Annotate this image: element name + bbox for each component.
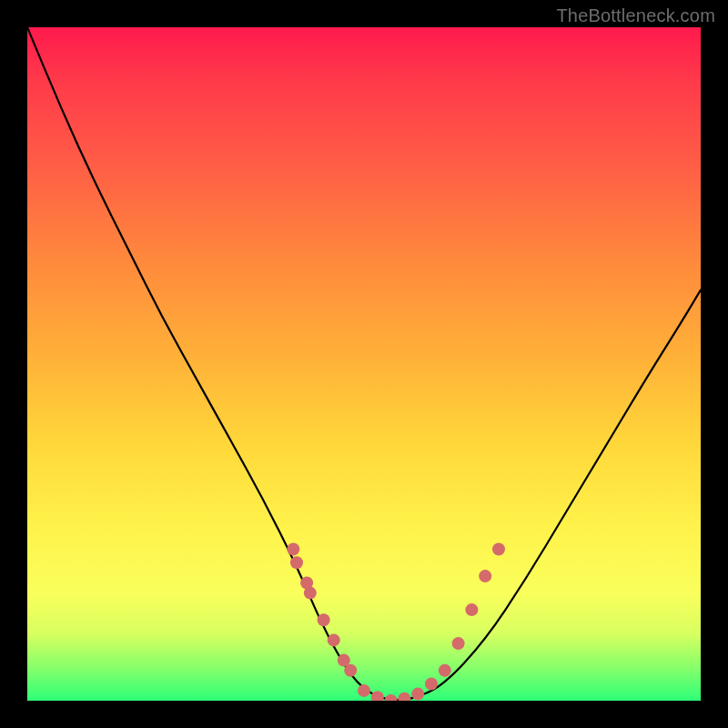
marker-dot: [328, 633, 340, 646]
marker-dots: [287, 543, 505, 702]
marker-dot: [411, 688, 424, 701]
plot-area: [27, 27, 701, 701]
marker-dot: [398, 693, 410, 701]
marker-dot: [425, 678, 438, 691]
marker-dot: [465, 603, 478, 616]
marker-dot: [439, 664, 451, 677]
chart-frame: TheBottleneck.com: [0, 0, 728, 728]
watermark-text: TheBottleneck.com: [556, 5, 715, 26]
marker-dot: [385, 694, 398, 701]
marker-dot: [318, 613, 330, 626]
curve-svg: [27, 27, 701, 701]
marker-dot: [304, 587, 317, 600]
marker-dot: [492, 543, 505, 556]
marker-dot: [452, 637, 465, 650]
marker-dot: [371, 691, 384, 701]
marker-dot: [344, 664, 357, 677]
marker-dot: [479, 570, 491, 582]
marker-dot: [287, 543, 299, 556]
marker-dot: [290, 556, 303, 569]
marker-dot: [338, 654, 350, 667]
curve-line: [27, 27, 701, 700]
marker-dot: [358, 684, 370, 697]
marker-dot: [300, 577, 313, 590]
